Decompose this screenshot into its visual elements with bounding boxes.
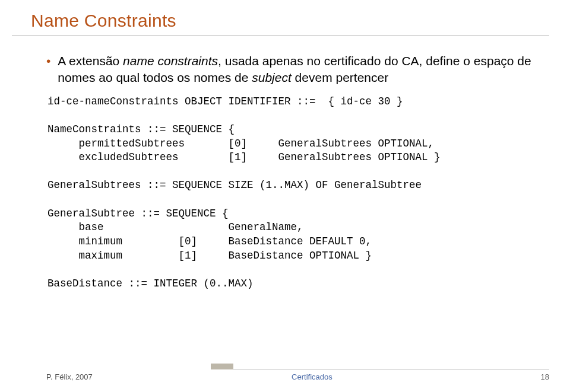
footer-author: P. Félix, 2007 (46, 372, 93, 381)
footer-page-number: 18 (531, 372, 549, 381)
footer-topic: Certificados (93, 372, 531, 381)
footer-deco-block (211, 364, 233, 369)
footer-deco-line (211, 369, 549, 369)
bullet-italic-2: subject (252, 71, 292, 84)
bullet-text: A extensão name constraints, usada apena… (58, 53, 546, 87)
bullet-item: • A extensão name constraints, usada ape… (46, 53, 546, 87)
bullet-text-prefix: A extensão (58, 54, 123, 68)
content-area: • A extensão name constraints, usada ape… (0, 36, 570, 291)
slide-title: Name Constraints (0, 0, 570, 34)
footer: P. Félix, 2007 Certificados 18 (0, 372, 570, 381)
bullet-text-mid2: devem pertencer (292, 71, 388, 84)
bullet-marker: • (46, 53, 50, 69)
code-block: id-ce-nameConstraints OBJECT IDENTIFIER … (48, 95, 546, 291)
footer-decoration (211, 364, 549, 369)
bullet-italic-1: name constraints (123, 54, 218, 68)
